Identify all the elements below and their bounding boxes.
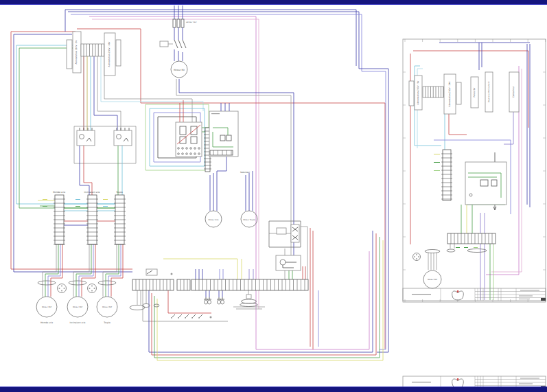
- wire: [174, 5, 183, 19]
- terminal-strip-router: Toupie: [114, 191, 126, 244]
- left-power-supplies: Alimentation 230V - 5V Alimentation 230V…: [67, 32, 121, 76]
- motor-caption: Montée scie: [40, 321, 53, 324]
- company-logo: [452, 290, 464, 300]
- relay-5v-label: Relais 5V: [473, 87, 476, 97]
- wire: [51, 244, 123, 297]
- selector-label: Selecteur: [240, 171, 251, 174]
- psu24-label: Alimentation 230V - 24V: [448, 81, 451, 107]
- wire: [149, 231, 373, 352]
- contactor-contacts: [174, 40, 186, 48]
- strip-title: Montée scie: [53, 191, 65, 194]
- wire: [249, 269, 253, 279]
- driver-label: Degondeur BA Courbe D: [488, 82, 490, 103]
- coil-box: [277, 228, 286, 234]
- wire: [504, 110, 513, 144]
- sensor-box: [276, 255, 301, 270]
- right-stepper-motor: Moteur PAP: [413, 233, 496, 288]
- motor-saw-label: Moteur Scie: [209, 219, 219, 221]
- schematic-canvas: Alimentation 230V - 5V Alimentation 230V…: [0, 0, 547, 392]
- contactor-label: Contacteur: [512, 86, 515, 97]
- wire: [428, 253, 437, 270]
- wire: [210, 156, 226, 211]
- wire: [480, 213, 485, 300]
- terminal-strip-c: [191, 279, 308, 290]
- fuse: [181, 19, 184, 27]
- sector-label: secteur 1&2: [186, 21, 197, 23]
- indicator-lamps: [130, 304, 159, 310]
- sheet-ticks-right: [543, 72, 546, 270]
- right-mid-terminal-strip: [434, 150, 452, 200]
- sheet-ticks-left: [403, 72, 406, 270]
- stepper-motor-saw-raise: Moteur PAP Montée scie: [36, 297, 57, 324]
- window-bottom-bar: [0, 387, 547, 392]
- push-buttons: [204, 297, 224, 304]
- wire: [80, 146, 89, 195]
- cable-gland: [425, 250, 440, 253]
- limit-switch-assembly: [269, 221, 301, 270]
- main-motors: Moteur Scie Moteur Toupie: [205, 211, 257, 227]
- motor-pap-label: Moteur PAP: [42, 306, 52, 308]
- strip-title: Inclinaison scie: [84, 191, 100, 194]
- motor-router-label: Moteur Toupie: [243, 219, 255, 221]
- wire: [176, 79, 291, 265]
- toggle-switch-row: [171, 314, 211, 319]
- board-relay-slot: [191, 137, 197, 143]
- wire: [168, 290, 211, 313]
- psu-side-stub: [116, 40, 121, 66]
- fuse: [177, 19, 180, 27]
- wire: [174, 27, 183, 40]
- wire: [179, 79, 294, 268]
- wire: [143, 290, 228, 321]
- cable-gland: [447, 249, 455, 252]
- contact-text-smear: [412, 294, 431, 295]
- board-chip: [220, 135, 225, 141]
- wire: [84, 146, 92, 195]
- terminal-strip-saw-raise: Montée scie: [53, 191, 65, 244]
- right-sheet: Alimentation 230V - 5V Alimentation 230V…: [403, 39, 546, 302]
- psu5-label: Alimentation 230V - 5V: [417, 80, 419, 105]
- board-label-smear: [211, 113, 220, 114]
- terminal-strip-saw-tilt: Inclinaison scie: [84, 191, 100, 244]
- psu-side-stub: [67, 40, 72, 69]
- bottom-terminal-strips: [132, 269, 308, 290]
- wire: [89, 16, 369, 349]
- application-window: Alimentation 230V - 5V Alimentation 230V…: [0, 0, 547, 392]
- psu-side-stub: [409, 81, 414, 106]
- wire: [180, 100, 183, 122]
- block-chip: [480, 180, 488, 186]
- wire: [220, 269, 223, 279]
- wire: [439, 43, 530, 70]
- emergency-stop-button: [240, 295, 258, 307]
- connector-plug: [413, 253, 421, 261]
- wire: [174, 49, 183, 61]
- stepper-motor-saw-tilt: Moteur PAP Inclinaison scie: [67, 297, 88, 324]
- stepper-motors: Moteur PAP Montée scie Moteur PAP Inclin…: [36, 281, 117, 324]
- wire: [206, 290, 222, 297]
- board-relay-slot: [180, 126, 186, 135]
- relay-board: [176, 122, 211, 172]
- revision-table: [475, 288, 546, 301]
- motor-pap-label: Moteur PAP: [428, 279, 438, 281]
- motor-caption: Inclinaison scie: [70, 321, 86, 324]
- diode-dot: [171, 273, 173, 275]
- psu1-label: Alimentation 230V - 5V: [75, 40, 78, 65]
- motor-ro-label: Moteur RO: [174, 69, 185, 71]
- connector-plug: [58, 284, 67, 293]
- wire: [152, 233, 376, 355]
- cable-gland: [467, 249, 487, 253]
- connector-plug: [88, 284, 97, 293]
- wire: [362, 71, 386, 349]
- sheet-number-cell: [541, 298, 546, 301]
- wire: [450, 244, 454, 249]
- wire: [246, 171, 253, 211]
- logo-dot: [457, 290, 459, 292]
- right-logic-block: [465, 162, 507, 205]
- aux-relay: [146, 269, 157, 275]
- motor-pap-label: Moteur PAP: [102, 306, 113, 308]
- relay-1: [77, 128, 95, 146]
- right-power-supplies: Alimentation 230V - 5V Alimentation 230V…: [409, 74, 461, 114]
- cable-gland: [98, 281, 116, 285]
- psu-side-stub: [456, 82, 461, 104]
- wire: [196, 269, 202, 279]
- switch-dot: [210, 316, 212, 319]
